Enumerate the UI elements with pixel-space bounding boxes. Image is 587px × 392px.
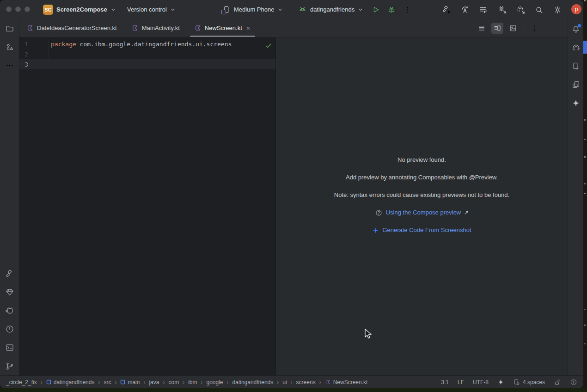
more-run-actions-button[interactable] — [401, 4, 413, 16]
run-button[interactable] — [370, 4, 382, 16]
line-ending-widget[interactable]: LF — [458, 379, 464, 386]
image-icon — [509, 24, 517, 32]
device-selector[interactable]: Medium Phone — [222, 0, 283, 19]
inspections-widget[interactable] — [570, 379, 577, 386]
build-button[interactable] — [440, 4, 452, 16]
terminal-button[interactable] — [2, 340, 18, 355]
settings-button[interactable] — [551, 4, 563, 16]
breadcrumb-item[interactable]: NewScreen.kt — [325, 379, 368, 386]
line-number: 2 — [19, 49, 49, 59]
play-icon — [372, 6, 380, 14]
gradle-tool-button[interactable] — [568, 40, 584, 55]
chevron-down-icon — [277, 7, 283, 12]
breadcrumb-item[interactable]: google — [206, 379, 223, 386]
project-tool-button[interactable] — [2, 21, 18, 36]
gemini-button[interactable] — [568, 96, 584, 110]
editor-line: 1 package com.ibm.google.datingandfriend… — [19, 39, 275, 49]
preview-message-hint: Add preview by annotating Composables wi… — [276, 173, 568, 182]
run-configuration-label: datingandfriends — [310, 6, 355, 13]
device-selector-label: Medium Phone — [234, 6, 274, 13]
version-control-tool-button[interactable] — [2, 359, 18, 374]
breadcrumb-separator: › — [201, 379, 202, 386]
resource-manager-button[interactable] — [2, 40, 18, 55]
breadcrumb-item[interactable]: datingandfriends — [46, 379, 95, 386]
attach-debugger-button[interactable] — [496, 4, 508, 16]
close-window-button[interactable] — [6, 6, 12, 12]
kebab-menu-icon — [403, 6, 411, 14]
window-controls — [6, 6, 30, 12]
editor-view-mode-controls — [476, 19, 541, 37]
compose-preview-doc-link[interactable]: Using the Compose preview — [386, 208, 461, 217]
user-avatar[interactable]: p — [571, 4, 581, 14]
project-icon: SC — [43, 5, 53, 15]
breadcrumb-item[interactable]: screens — [296, 379, 316, 386]
unlock-icon — [554, 379, 561, 386]
desktop-edge-bottom — [0, 388, 587, 392]
split-view-button[interactable] — [491, 23, 503, 34]
search-everywhere-button[interactable] — [533, 4, 545, 16]
breadcrumb-item[interactable]: src — [104, 379, 111, 386]
running-devices-button[interactable] — [568, 77, 584, 92]
tab-newscreen[interactable]: NewScreen.kt × — [187, 19, 258, 37]
title-bar: SC Screen2Compose Version control Medium… — [0, 0, 583, 19]
project-widget[interactable]: SC Screen2Compose — [43, 0, 116, 19]
tab-dateideasgeneratorscreen[interactable]: DateIdeasGeneratorScreen.kt — [19, 19, 124, 37]
zoom-window-button[interactable] — [24, 6, 30, 12]
tab-mainactivity[interactable]: MainActivity.kt — [124, 19, 187, 37]
breadcrumb-item[interactable]: main — [120, 379, 140, 386]
apply-code-changes-button[interactable] — [459, 4, 471, 16]
external-link-icon: ↗ — [464, 208, 469, 217]
tab-label: NewScreen.kt — [205, 24, 242, 31]
problems-button[interactable] — [2, 322, 18, 337]
notifications-button[interactable] — [568, 22, 584, 37]
line-number: 1 — [19, 39, 49, 49]
bug-icon — [387, 6, 396, 14]
gradle-sync-button[interactable] — [515, 4, 527, 16]
minimize-window-button[interactable] — [15, 6, 21, 12]
code-view-button[interactable] — [476, 23, 488, 34]
editor-options-button[interactable] — [529, 23, 541, 34]
version-control-widget[interactable]: Version control — [127, 0, 176, 19]
breadcrumb-separator: › — [115, 379, 116, 386]
ide-window: SC Screen2Compose Version control Medium… — [0, 0, 583, 388]
ai-status-widget[interactable] — [497, 379, 504, 386]
logcat-button[interactable] — [2, 303, 18, 318]
indent-widget[interactable]: 4 spaces — [513, 379, 545, 386]
sync-changelist-button[interactable] — [477, 4, 489, 16]
breadcrumb-item[interactable]: datingandfriends — [232, 379, 274, 386]
breadcrumb-item[interactable]: ibm — [188, 379, 197, 386]
readonly-toggle-widget[interactable] — [554, 379, 561, 386]
gradle-elephant-sync-icon — [516, 5, 526, 14]
breadcrumb-separator: › — [227, 379, 229, 386]
design-view-button[interactable] — [507, 23, 519, 34]
compose-preview-panel: No preview found. Add preview by annotat… — [275, 37, 568, 375]
breadcrumb-separator: › — [41, 379, 43, 386]
bug-with-arrow-icon — [498, 5, 507, 14]
line-number: 3 — [19, 59, 49, 69]
device-manager-button[interactable] — [568, 59, 584, 74]
editor-tab-bar: DateIdeasGeneratorScreen.kt MainActivity… — [19, 19, 568, 37]
run-configuration-selector[interactable]: datingandfriends — [298, 0, 363, 19]
breadcrumb-item[interactable]: ui — [282, 379, 287, 386]
help-circle-icon[interactable] — [375, 209, 383, 217]
breadcrumb-item[interactable]: com — [168, 379, 179, 386]
terminal-icon — [5, 343, 14, 352]
gear-icon — [553, 6, 562, 14]
folder-icon — [5, 24, 14, 33]
debug-button[interactable] — [385, 4, 397, 16]
more-tool-windows-button[interactable] — [2, 58, 18, 73]
code-editor[interactable]: 1 package com.ibm.google.datingandfriend… — [19, 37, 275, 375]
inspections-ok-icon[interactable] — [264, 42, 272, 51]
app-quality-insights-button[interactable] — [2, 285, 18, 300]
tab-label: DateIdeasGeneratorScreen.kt — [37, 24, 117, 31]
caret-position-widget[interactable]: 3:1 — [441, 379, 449, 386]
gem-icon — [5, 288, 14, 297]
close-tab-icon[interactable]: × — [246, 24, 251, 31]
generate-code-from-screenshot-link[interactable]: Generate Code From Screenshot — [382, 226, 471, 235]
kotlin-file-icon — [195, 24, 202, 31]
build-tool-window-button[interactable] — [2, 266, 18, 281]
encoding-widget[interactable]: UTF-8 — [473, 379, 489, 386]
breadcrumb-separator: › — [319, 379, 321, 386]
breadcrumb-item[interactable]: _circle_2_fix — [6, 379, 37, 386]
breadcrumb-item[interactable]: java — [149, 379, 159, 386]
